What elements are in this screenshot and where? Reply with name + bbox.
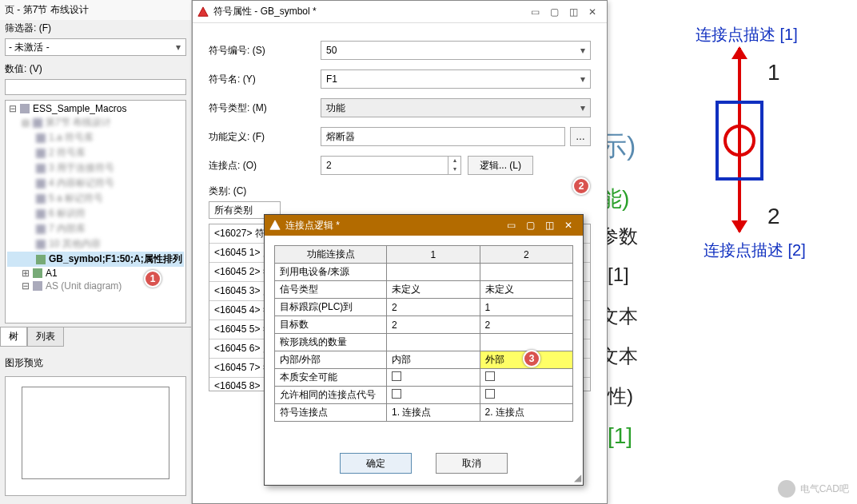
col-2: 2 — [480, 246, 573, 264]
window-btn-icon[interactable]: ◫ — [564, 4, 583, 20]
label-func-def: 功能定义: (F) — [209, 130, 321, 144]
table-row: 到用电设备/来源 — [275, 264, 573, 281]
nav-tabs: 树 列表 — [0, 327, 191, 347]
cancel-button[interactable]: 取消 — [436, 453, 508, 474]
checkbox[interactable] — [485, 371, 495, 381]
input-conn-points[interactable]: 2 — [321, 156, 448, 175]
window-btn-icon[interactable]: ▭ — [525, 4, 544, 20]
svg-marker-0 — [198, 6, 208, 15]
tree-node[interactable]: ⊟第7节 布线设计 — [7, 115, 184, 130]
step-badge-2: 2 — [572, 177, 590, 195]
browse-button[interactable]: … — [570, 127, 591, 146]
navigator-panel: 页 - 第7节 布线设计 筛选器: (F) - 未激活 - 数值: (V) ⊟E… — [0, 0, 192, 504]
input-symbol-id[interactable]: 50 — [321, 41, 591, 60]
spinner[interactable]: ▴▾ — [448, 156, 461, 175]
input-func-def[interactable]: 熔断器 — [321, 127, 565, 146]
tree-root[interactable]: ⊟ESS_Sample_Macros — [7, 102, 184, 115]
resize-grip-icon[interactable]: ◢ — [574, 472, 581, 483]
tab-list[interactable]: 列表 — [27, 327, 64, 347]
value-label: 数值: (V) — [0, 61, 191, 77]
tab-tree[interactable]: 树 — [0, 327, 27, 347]
table-row: 允许相同的连接点代号 — [275, 387, 573, 404]
label-conn-points: 连接点: (O) — [209, 159, 321, 173]
tree-node[interactable]: 2 符号库 — [7, 145, 184, 161]
checkbox[interactable] — [392, 389, 401, 399]
step-badge-1: 1 — [144, 270, 161, 288]
watermark: 电气CAD吧 — [778, 480, 849, 498]
label-symbol-type: 符号类型: (M) — [209, 101, 321, 115]
table-row: 鞍形跳线的数量 — [275, 334, 573, 351]
filter-label: 筛选器: (F) — [0, 20, 191, 37]
window-btn-icon[interactable]: ▭ — [501, 217, 520, 233]
step-badge-3: 3 — [523, 350, 540, 367]
conn-desc-1: 连接点描述 [1] — [696, 24, 798, 46]
window-btn-icon[interactable]: ▢ — [544, 4, 564, 20]
arrow-down-icon — [731, 220, 747, 233]
label-symbol-id: 符号编号: (S) — [209, 44, 321, 58]
chevron-down-icon: ▾ — [448, 165, 460, 174]
tree-node[interactable]: 4 内容标记符号 — [7, 176, 184, 191]
close-icon[interactable]: ✕ — [559, 217, 578, 233]
preview-label: 图形预览 — [0, 353, 191, 373]
filter-combo[interactable]: - 未激活 - — [5, 38, 186, 56]
label-category: 类别: (C) — [209, 185, 321, 198]
wechat-icon — [778, 480, 795, 498]
window-btn-icon[interactable]: ▢ — [520, 217, 540, 233]
tree-node[interactable]: 1.a 符号库 — [7, 130, 184, 145]
pin-2: 2 — [767, 204, 780, 229]
window-btn-icon[interactable]: ◫ — [540, 217, 559, 233]
app-icon — [197, 6, 209, 18]
sub-titlebar[interactable]: 连接点逻辑 * ▭ ▢ ◫ ✕ — [265, 215, 583, 236]
table-row: 本质安全可能 — [275, 369, 573, 387]
tree-node[interactable]: 3 用于连接符号 — [7, 161, 184, 176]
tree-node-selected[interactable]: GB_symbol;F1:50;A;属性排列 — [7, 252, 184, 267]
tree-node[interactable]: 6 标识符 — [7, 206, 184, 221]
dialog-titlebar[interactable]: 符号属性 - GB_symbol * ▭ ▢ ◫ ✕ — [193, 1, 607, 23]
col-1: 1 — [387, 246, 480, 264]
pin-1: 1 — [767, 60, 780, 85]
page-tree[interactable]: ⊟ESS_Sample_Macros ⊟第7节 布线设计 1.a 符号库 2 符… — [5, 100, 186, 323]
tree-node[interactable]: 5 a 标记符号 — [7, 191, 184, 206]
conn-desc-2: 连接点描述 [2] — [704, 240, 806, 261]
logic-button[interactable]: 逻辑... (L) — [468, 156, 533, 175]
app-icon — [269, 220, 281, 231]
close-icon[interactable]: ✕ — [583, 4, 602, 20]
checkbox[interactable] — [485, 389, 495, 399]
col-fn: 功能连接点 — [275, 246, 387, 264]
ok-button[interactable]: 确定 — [340, 453, 412, 474]
table-row: 符号连接点1. 连接点2. 连接点 — [275, 404, 573, 422]
sub-title-text: 连接点逻辑 * — [285, 219, 340, 232]
logic-table[interactable]: 功能连接点12 到用电设备/来源 信号类型未定义未定义 目标跟踪(PLC)到21… — [274, 245, 573, 422]
fuse-symbol — [715, 48, 763, 232]
connection-logic-dialog: 连接点逻辑 * ▭ ▢ ◫ ✕ 功能连接点12 到用电设备/来源 信号类型未定义… — [264, 214, 584, 486]
label-symbol-name: 符号名: (Y) — [209, 73, 321, 86]
table-row: 目标数22 — [275, 316, 573, 334]
input-symbol-name[interactable]: F1 — [321, 69, 591, 89]
panel-title: 页 - 第7节 布线设计 — [0, 0, 191, 20]
checkbox[interactable] — [392, 371, 401, 381]
chevron-up-icon: ▴ — [448, 157, 460, 165]
svg-marker-1 — [270, 220, 280, 229]
tree-node[interactable]: 7 内部库 — [7, 221, 184, 236]
table-row: 目标跟踪(PLC)到21 — [275, 299, 573, 316]
value-input[interactable] — [5, 79, 186, 95]
drawing-canvas: 连接点描述 [1] 1 2 连接点描述 [2] 示) 能) 参数 [1] 文本 … — [608, 0, 857, 504]
preview-box — [5, 376, 186, 496]
folder-icon — [20, 104, 30, 113]
select-symbol-type[interactable]: 功能 — [321, 98, 591, 117]
arrow-up-icon — [731, 46, 747, 59]
dialog-title: 符号属性 - GB_symbol * — [213, 5, 317, 18]
tree-node[interactable]: 10 其他内容 — [7, 236, 184, 252]
table-row: 信号类型未定义未定义 — [275, 281, 573, 299]
